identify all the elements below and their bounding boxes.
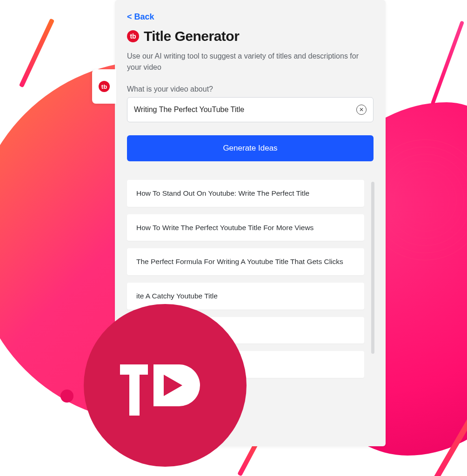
result-item[interactable]: How To Stand Out On Youtube: Write The P… xyxy=(127,180,364,207)
result-item[interactable]: How To Write The Perfect Youtube Title F… xyxy=(127,214,364,241)
scrollbar[interactable] xyxy=(371,182,374,354)
clear-input-button[interactable]: ✕ xyxy=(356,105,367,115)
page-title: Title Generator xyxy=(144,28,239,44)
back-link[interactable]: < Back xyxy=(127,12,154,22)
video-topic-input[interactable] xyxy=(134,106,356,114)
side-tab[interactable]: tb xyxy=(92,69,116,104)
svg-rect-1 xyxy=(129,364,140,416)
generate-ideas-button[interactable]: Generate Ideas xyxy=(127,135,374,161)
result-item[interactable]: The Perfect Formula For Writing A Youtub… xyxy=(127,248,364,275)
title-row: tb Title Generator xyxy=(127,28,374,44)
tubebuddy-logo-large xyxy=(84,304,247,467)
page-subtitle: Use our AI writing tool to suggest a var… xyxy=(127,51,374,73)
tubebuddy-logo-icon xyxy=(116,350,214,420)
close-icon: ✕ xyxy=(359,106,364,113)
bg-accent-line xyxy=(431,20,465,105)
tubebuddy-icon: tb xyxy=(127,30,139,42)
bg-accent-line xyxy=(19,18,55,87)
tubebuddy-icon: tb xyxy=(99,81,110,92)
video-topic-input-container: ✕ xyxy=(127,97,374,122)
bg-accent-dot xyxy=(60,390,73,403)
input-label: What is your video about? xyxy=(127,85,374,93)
